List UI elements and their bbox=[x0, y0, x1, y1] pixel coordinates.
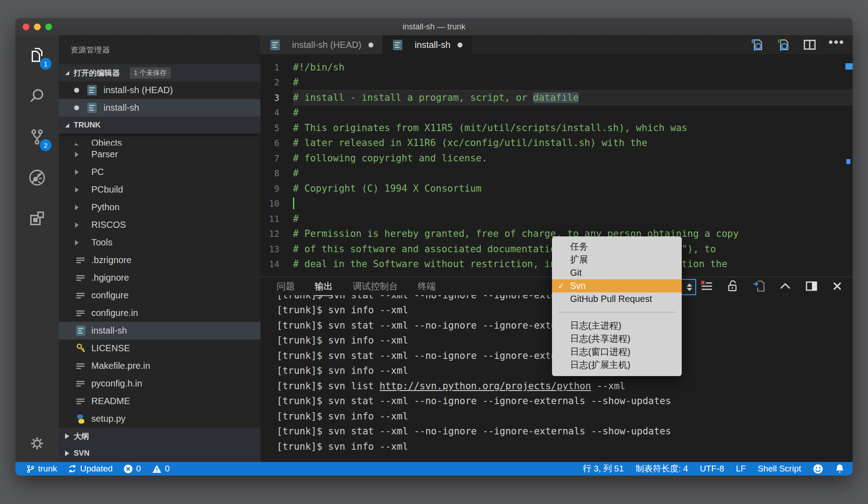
open-editor-item[interactable]: install-sh (HEAD) bbox=[59, 81, 260, 99]
tree-item[interactable]: Parser bbox=[59, 146, 260, 163]
branch-indicator[interactable]: trunk bbox=[26, 464, 57, 474]
open-editor-item[interactable]: install-sh bbox=[59, 99, 260, 117]
activitybar-explorer[interactable]: 1 bbox=[15, 35, 59, 76]
tabs: install-sh (HEAD) bbox=[260, 35, 472, 54]
menu-item[interactable]: 任务 bbox=[552, 240, 682, 253]
collapsed-section-header[interactable]: 大纲 bbox=[59, 428, 260, 445]
tree-item[interactable]: Tools bbox=[59, 234, 260, 251]
output-link[interactable]: http://svn.python.org/projects/python bbox=[380, 381, 591, 391]
unlock-icon[interactable] bbox=[726, 279, 740, 293]
trunk-section-header[interactable]: TRUNK bbox=[59, 117, 260, 134]
menu-item[interactable]: Git bbox=[552, 266, 682, 279]
menu-item[interactable]: ✓ Svn bbox=[552, 279, 682, 292]
tree-item-label: Python bbox=[91, 202, 119, 212]
word-highlight: datafile bbox=[533, 92, 579, 103]
tab-bar: install-sh (HEAD) bbox=[260, 35, 853, 54]
sync-status[interactable]: Updated bbox=[68, 464, 113, 474]
shell-file-icon bbox=[392, 39, 403, 50]
activitybar-debug[interactable] bbox=[15, 157, 59, 198]
activitybar-source-control[interactable]: 2 bbox=[15, 117, 59, 157]
status-item[interactable]: UTF-8 bbox=[700, 464, 724, 474]
notifications-bell-icon[interactable] bbox=[835, 464, 844, 474]
menu-item[interactable]: 日志(窗口进程) bbox=[552, 345, 682, 358]
error-count[interactable]: 0 bbox=[123, 464, 141, 474]
menu-item[interactable]: 日志(扩展主机) bbox=[552, 358, 682, 372]
maximize-panel-icon[interactable] bbox=[778, 279, 792, 293]
menu-item-label: 扩展 bbox=[570, 254, 588, 266]
split-editor-icon[interactable] bbox=[802, 38, 817, 52]
code-line: 7 # following copyright and license. bbox=[260, 151, 853, 166]
chevron-collapsed-icon bbox=[65, 433, 69, 439]
tree-item[interactable]: pyconfig.h.in bbox=[59, 375, 260, 392]
line-number: 13 bbox=[260, 244, 293, 254]
activitybar-extensions[interactable] bbox=[15, 198, 59, 239]
tree-item[interactable]: Objects bbox=[59, 134, 260, 146]
status-item[interactable]: 行 3, 列 51 bbox=[583, 463, 624, 475]
tree-item[interactable]: LICENSE bbox=[59, 339, 260, 357]
cursor bbox=[293, 198, 294, 209]
tree-item[interactable]: setup.py bbox=[59, 410, 260, 428]
extensions-icon bbox=[28, 209, 47, 228]
menu-item[interactable]: 日志(共享进程) bbox=[552, 332, 682, 345]
editor-tab[interactable]: install-sh bbox=[383, 35, 472, 54]
panel-layout-icon[interactable] bbox=[805, 279, 818, 293]
line-number: 2 bbox=[260, 77, 293, 87]
trunk-label: TRUNK bbox=[74, 121, 101, 130]
tree-item[interactable]: README bbox=[59, 392, 260, 410]
tree-item[interactable]: .bzrignore bbox=[59, 251, 260, 269]
tree-item[interactable]: RISCOS bbox=[59, 216, 260, 234]
menu-item[interactable]: GitHub Pull Request bbox=[552, 292, 682, 306]
activitybar-search[interactable] bbox=[15, 76, 59, 117]
panel-tab[interactable]: 输出 bbox=[315, 278, 333, 294]
history-search-icon[interactable]: H bbox=[776, 38, 791, 52]
line-number: 9 bbox=[260, 184, 293, 193]
tree-item[interactable]: configure.in bbox=[59, 304, 260, 322]
blame-search-icon[interactable]: B bbox=[750, 38, 764, 52]
scm-badge: 2 bbox=[40, 139, 52, 151]
tree-item[interactable]: PCbuild bbox=[59, 181, 260, 198]
status-item[interactable]: LF bbox=[736, 464, 746, 474]
menu-item[interactable]: 扩展 bbox=[552, 253, 682, 266]
shell-file-icon bbox=[269, 39, 280, 50]
activitybar-settings[interactable] bbox=[15, 425, 59, 462]
line-number: 11 bbox=[260, 214, 293, 224]
tree-item-label: configure bbox=[91, 290, 128, 301]
tree-item[interactable]: .hgignore bbox=[59, 269, 260, 287]
git-branch-icon bbox=[26, 464, 35, 474]
file-tree: Objects bbox=[59, 134, 260, 428]
status-item[interactable]: 制表符长度: 4 bbox=[636, 463, 688, 475]
unsaved-badge: 1 个未保存 bbox=[130, 67, 171, 79]
output-line: [trunk]$ svn stat --xml --no-ignore --ig… bbox=[277, 424, 853, 439]
tree-item[interactable]: Python bbox=[59, 198, 260, 216]
tree-item-label: PC bbox=[91, 167, 104, 177]
clear-output-icon[interactable] bbox=[700, 279, 713, 293]
shell-file-icon bbox=[75, 325, 86, 336]
error-count-label: 0 bbox=[136, 464, 141, 474]
more-actions-icon[interactable]: ••• bbox=[829, 40, 844, 50]
sidebar-title: 资源管理器 bbox=[59, 35, 260, 64]
panel-tab[interactable]: 终端 bbox=[418, 278, 436, 294]
tree-item[interactable]: install-sh bbox=[59, 322, 260, 339]
feedback-smiley-icon[interactable] bbox=[813, 464, 823, 474]
line-number: 5 bbox=[260, 123, 293, 133]
menu-item[interactable]: 日志(主进程) bbox=[552, 319, 682, 332]
tree-item[interactable]: PC bbox=[59, 163, 260, 181]
panel-tab[interactable]: 调试控制台 bbox=[353, 278, 398, 294]
editor-tab[interactable]: install-sh (HEAD) bbox=[260, 35, 383, 54]
tree-item[interactable]: Makefile.pre.in bbox=[59, 357, 260, 375]
output-line: [trunk]$ svn info --xml bbox=[277, 409, 853, 424]
open-editors-header[interactable]: 打开的编辑器 1 个未保存 bbox=[59, 64, 260, 81]
shell-file-icon bbox=[86, 103, 97, 113]
warning-count[interactable]: 0 bbox=[152, 464, 170, 474]
tree-item-label: Makefile.pre.in bbox=[91, 361, 150, 371]
close-panel-icon[interactable] bbox=[831, 280, 844, 292]
window-title: install-sh — trunk bbox=[15, 22, 853, 32]
tree-item[interactable]: configure bbox=[59, 287, 260, 304]
open-output-in-editor-icon[interactable] bbox=[752, 279, 766, 293]
collapsed-section-header[interactable]: SVN bbox=[59, 445, 260, 462]
chevron-expanded-icon bbox=[65, 71, 69, 75]
shell-file-icon bbox=[86, 85, 97, 96]
panel-tab[interactable]: 问题 bbox=[277, 278, 295, 294]
status-item[interactable]: Shell Script bbox=[758, 464, 801, 474]
open-editors-label: 打开的编辑器 bbox=[74, 68, 120, 78]
